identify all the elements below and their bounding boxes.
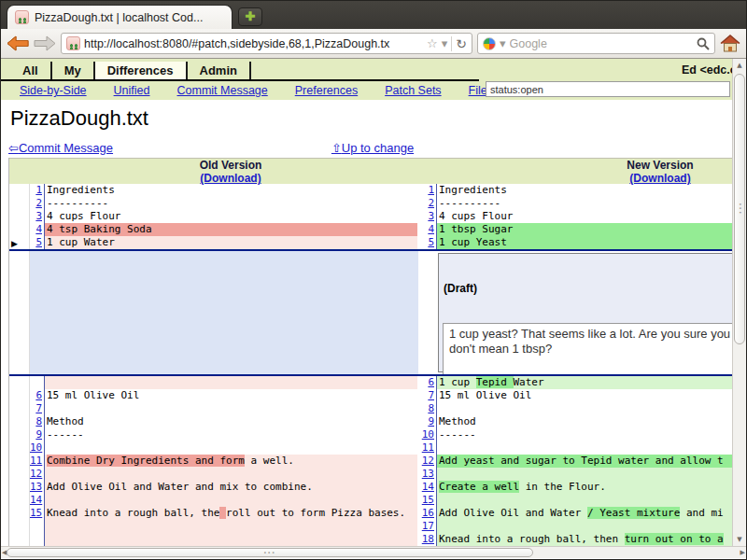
draft-comment-textarea[interactable]: 1 cup yeast? That seems like a lot. Are … <box>443 323 740 374</box>
old-line-number[interactable]: 13 <box>30 481 44 494</box>
old-line-number[interactable]: 8 <box>30 415 44 428</box>
old-line-number[interactable]: 1 <box>30 184 44 197</box>
page-title: PizzaDough.txt <box>10 107 746 130</box>
vertical-scrollbar[interactable]: ▲ ··· ▼ <box>732 59 746 546</box>
old-line-number[interactable]: 9 <box>30 428 44 441</box>
draft-title: (Draft) <box>439 280 743 297</box>
magnifier-icon[interactable] <box>697 37 710 50</box>
change-search-input[interactable] <box>486 81 730 97</box>
browser-tab-title: PizzaDough.txt | localhost Cod... <box>35 11 203 24</box>
url-dropdown-caret-icon[interactable]: ▾ <box>442 37 448 49</box>
old-line-content <box>44 441 417 455</box>
diff-margin-cell <box>9 441 30 455</box>
old-line-number[interactable]: 5 <box>30 236 44 249</box>
home-icon <box>720 35 740 52</box>
back-button[interactable] <box>7 35 29 51</box>
old-line-number[interactable]: 7 <box>30 402 44 415</box>
new-line-content <box>436 402 746 415</box>
diff-rows: 1Ingredients1Ingredients2----------2----… <box>9 184 746 546</box>
old-line-number[interactable]: 11 <box>30 455 44 468</box>
new-line-number[interactable]: 17 <box>417 520 436 533</box>
horizontal-scrollbar-thumb[interactable]: ··· <box>7 548 533 557</box>
horizontal-scrollbar[interactable]: ◀ ··· ▶ <box>1 546 746 558</box>
link-preferences[interactable]: Preferences <box>295 84 358 97</box>
diff-table-header: Old Version (Download) New Version (Down… <box>9 158 746 184</box>
new-line-content: Create a well in the Flour. <box>436 481 746 494</box>
url-bar[interactable]: ☆ ▾ ↻ <box>61 33 472 54</box>
scrollbar-grip: ··· <box>264 547 276 557</box>
new-line-number[interactable]: 1 <box>417 184 436 197</box>
new-line-number[interactable]: 12 <box>417 455 436 468</box>
old-line-content: 4 tsp Baking Soda <box>44 223 417 236</box>
up-to-change-link[interactable]: ⇧Up to change <box>331 141 414 155</box>
tab-my[interactable]: My <box>52 62 95 79</box>
new-line-number[interactable]: 18 <box>417 533 436 546</box>
old-line-content: Method <box>44 415 417 428</box>
new-line-number[interactable]: 15 <box>417 494 436 507</box>
new-line-number[interactable]: 11 <box>417 441 436 455</box>
reload-icon[interactable]: ↻ <box>456 37 467 50</box>
new-line-number[interactable]: 3 <box>417 210 436 223</box>
tab-all[interactable]: All <box>10 62 52 79</box>
new-line-content <box>436 468 746 481</box>
new-line-number[interactable]: 8 <box>417 402 436 415</box>
new-version-header: New Version (Download) <box>436 159 746 185</box>
new-line-number[interactable]: 16 <box>417 507 436 520</box>
search-engine-caret-icon[interactable]: ▾ <box>500 37 506 49</box>
browser-tab[interactable]: PizzaDough.txt | localhost Cod... <box>7 5 233 29</box>
new-line-number[interactable]: 10 <box>417 428 436 441</box>
url-input[interactable] <box>84 37 423 50</box>
diff-row: 1011 <box>9 441 746 455</box>
link-commit-message[interactable]: Commit Message <box>177 84 268 97</box>
scrollbar-grip: ··· <box>735 203 745 216</box>
new-line-number[interactable]: 9 <box>417 415 436 428</box>
diff-margin-cell <box>9 455 30 468</box>
web-search-input[interactable] <box>510 37 693 50</box>
up-arrow-icon: ⇧ <box>331 141 342 155</box>
new-line-number[interactable]: 13 <box>417 468 436 481</box>
vertical-scrollbar-thumb[interactable]: ··· <box>734 74 745 344</box>
tab-differences[interactable]: Differences <box>95 62 188 79</box>
old-version-download-link[interactable]: (Download) <box>200 172 261 185</box>
new-line-number[interactable]: 6 <box>417 376 436 389</box>
old-line-content: Knead into a rough ball, the roll out to… <box>44 507 417 520</box>
tab-admin[interactable]: Admin <box>188 62 251 79</box>
old-line-number[interactable]: 3 <box>30 210 44 223</box>
old-line-number <box>30 520 44 533</box>
new-line-number[interactable]: 4 <box>417 223 436 236</box>
bookmark-star-icon[interactable]: ☆ <box>427 37 438 49</box>
old-line-number[interactable]: 14 <box>30 494 44 507</box>
web-search-bar[interactable]: ▾ <box>477 33 715 54</box>
new-line-number[interactable]: 5 <box>417 236 436 249</box>
home-button[interactable] <box>720 35 740 52</box>
old-line-number[interactable]: 4 <box>30 223 44 236</box>
new-line-number[interactable]: 7 <box>417 389 436 402</box>
browser-toolbar: ☆ ▾ ↻ ▾ <box>1 29 746 59</box>
old-line-number[interactable]: 15 <box>30 507 44 520</box>
scroll-up-arrow-icon[interactable]: ▲ <box>733 62 746 69</box>
link-patch-sets[interactable]: Patch Sets <box>385 84 441 97</box>
forward-button[interactable] <box>34 35 56 51</box>
old-line-number <box>30 376 44 389</box>
new-tab-button[interactable]: ✚ <box>238 7 262 26</box>
comment-placeholder-cell <box>30 251 418 374</box>
scroll-down-arrow-icon[interactable]: ▼ <box>733 536 746 543</box>
link-side-by-side[interactable]: Side-by-Side <box>20 84 87 97</box>
new-line-number[interactable]: 14 <box>417 481 436 494</box>
new-line-number[interactable]: 2 <box>417 197 436 210</box>
old-line-number[interactable]: 6 <box>30 389 44 402</box>
old-line-number[interactable]: 10 <box>30 441 44 455</box>
comment-row: (Draft) 1 cup yeast? That seems like a l… <box>9 249 746 376</box>
new-line-content: 4 cups Flour <box>436 210 746 223</box>
url-bar-divider <box>451 36 452 51</box>
scroll-right-arrow-icon[interactable]: ▶ <box>740 549 745 556</box>
diff-row: 11Combine Dry Ingredients and form a wel… <box>9 455 746 468</box>
diff-row: 8Method9Method <box>9 415 746 428</box>
new-version-download-link[interactable]: (Download) <box>629 172 690 185</box>
commit-message-back-link[interactable]: ⇦Commit Message <box>8 141 113 155</box>
old-line-number[interactable]: 2 <box>30 197 44 210</box>
old-line-content: Ingredients <box>44 184 417 197</box>
old-line-number[interactable]: 12 <box>30 468 44 481</box>
link-unified[interactable]: Unified <box>114 84 150 97</box>
comment-cell: (Draft) 1 cup yeast? That seems like a l… <box>437 251 746 374</box>
